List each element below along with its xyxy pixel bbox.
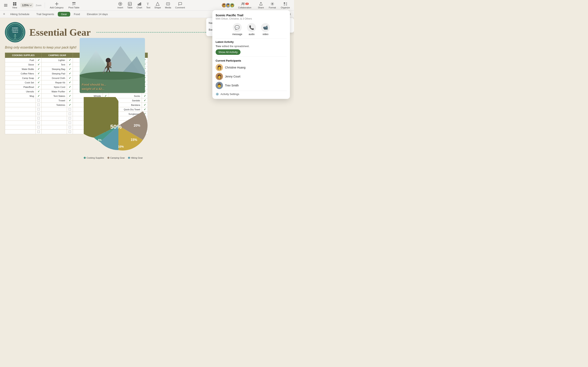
check-cell[interactable] — [36, 103, 42, 107]
legend-label-cooking: Cooking Supplies — [86, 157, 104, 159]
checkbox[interactable] — [69, 126, 71, 128]
pivot-table-button[interactable]: Pivot Table — [67, 1, 81, 9]
svg-rect-57 — [109, 62, 111, 66]
svg-text:50%: 50% — [110, 124, 122, 130]
message-icon: 💬 — [233, 23, 242, 32]
check-cell[interactable]: ✓ — [36, 85, 42, 89]
check-cell[interactable] — [67, 121, 73, 125]
format-label: Format — [269, 6, 276, 9]
item-cell: Sleeping Pad — [42, 71, 67, 76]
check-cell[interactable]: ✓ — [36, 71, 42, 76]
tab-gear[interactable]: Gear — [58, 12, 70, 17]
check-cell[interactable]: ✓ — [67, 85, 73, 89]
add-sheet-button[interactable]: + — [2, 12, 7, 17]
comment-button[interactable]: Comment — [173, 1, 187, 9]
checkbox[interactable] — [37, 99, 40, 101]
share-label: Share — [258, 6, 264, 9]
checkbox[interactable] — [69, 108, 71, 110]
toolbar: View 125% Zoom Add Category Pivot Table … — [0, 0, 294, 11]
item-cell — [5, 125, 36, 130]
checkmark: ✓ — [69, 81, 71, 84]
zoom-value: 125% — [22, 4, 29, 7]
check-cell[interactable] — [36, 121, 42, 125]
check-cell[interactable] — [67, 107, 73, 112]
audio-icon: 📞 — [247, 23, 256, 32]
tab-trail-segments[interactable]: Trail Segments — [33, 12, 57, 17]
check-cell[interactable]: ✓ — [67, 98, 73, 103]
share-button[interactable]: Share — [256, 1, 265, 9]
table-button[interactable]: Table — [126, 1, 134, 9]
check-cell[interactable]: ✓ — [67, 80, 73, 85]
insert-button[interactable]: Insert — [116, 1, 125, 9]
checkbox[interactable] — [37, 104, 40, 106]
check-cell[interactable]: ✓ — [36, 94, 42, 98]
checkbox[interactable] — [69, 117, 71, 119]
checkbox[interactable] — [37, 122, 40, 124]
check-cell[interactable]: ✓ — [67, 62, 73, 67]
collab-title: Scenic Pacific Trail — [216, 13, 287, 17]
check-cell[interactable] — [36, 125, 42, 130]
collaboration-button[interactable]: 3 Collaboration — [236, 1, 253, 9]
chart-button[interactable]: Chart — [135, 1, 144, 9]
show-all-activity-button[interactable]: Show All Activity — [216, 49, 241, 55]
checkbox[interactable] — [37, 117, 40, 119]
collaboration-label: Collaboration — [238, 6, 251, 9]
tab-hiking-schedule[interactable]: Hiking Schedule — [7, 12, 33, 17]
sidebar-toggle-button[interactable] — [2, 2, 9, 8]
check-cell[interactable]: ✓ — [67, 67, 73, 71]
add-category-button[interactable]: Add Category — [48, 1, 65, 9]
activity-user: Trev — [216, 45, 221, 48]
check-cell[interactable]: ✓ — [36, 58, 42, 62]
divider-1 — [216, 39, 287, 39]
checkbox[interactable] — [69, 122, 71, 124]
check-cell[interactable]: ✓ — [67, 76, 73, 80]
text-button[interactable]: T Text — [145, 1, 152, 9]
current-participants-label: Current Participants — [216, 59, 287, 62]
tab-food[interactable]: Food — [71, 12, 83, 17]
checkbox[interactable] — [37, 126, 40, 128]
item-cell — [42, 125, 67, 130]
view-button[interactable]: View — [11, 1, 19, 9]
audio-button[interactable]: 📞 audio — [247, 23, 256, 36]
check-cell[interactable] — [36, 112, 42, 116]
media-button[interactable]: Media — [163, 1, 173, 9]
checkbox[interactable] — [37, 108, 40, 110]
check-cell[interactable] — [36, 107, 42, 112]
audio-label: audio — [249, 33, 255, 36]
check-cell[interactable] — [36, 98, 42, 103]
checkbox[interactable] — [37, 131, 40, 133]
check-cell[interactable]: ✓ — [36, 76, 42, 80]
checkmark: ✓ — [38, 76, 40, 80]
organize-button[interactable]: Organize — [279, 1, 292, 9]
check-cell[interactable]: ✓ — [67, 71, 73, 76]
check-cell[interactable]: ✓ — [67, 58, 73, 62]
check-cell[interactable]: ✓ — [36, 62, 42, 67]
check-cell[interactable]: ✓ — [67, 103, 73, 107]
check-cell[interactable]: ✓ — [67, 94, 73, 98]
video-button[interactable]: 📹 video — [261, 23, 270, 36]
format-button[interactable]: Format — [267, 1, 278, 9]
svg-rect-2 — [4, 6, 7, 7]
check-cell[interactable] — [67, 125, 73, 130]
check-cell[interactable]: ✓ — [36, 89, 42, 94]
check-cell[interactable]: ✓ — [67, 89, 73, 94]
col-camping: CAMPING GEAR — [42, 53, 73, 58]
check-cell[interactable]: ✓ — [36, 80, 42, 85]
checkbox[interactable] — [69, 113, 71, 115]
check-cell[interactable]: ✓ — [36, 67, 42, 71]
checkbox[interactable] — [69, 131, 71, 133]
check-cell[interactable] — [36, 130, 42, 134]
zoom-control[interactable]: 125% — [20, 3, 33, 8]
message-button[interactable]: 💬 message — [232, 23, 242, 36]
checkmark: ✓ — [38, 94, 40, 98]
check-cell[interactable] — [36, 116, 42, 121]
shape-button[interactable]: Shape — [153, 1, 163, 9]
check-cell[interactable] — [67, 116, 73, 121]
checkmark: ✓ — [69, 90, 71, 93]
tab-elevation[interactable]: Elevation 14 days — [84, 12, 111, 17]
check-cell[interactable] — [67, 112, 73, 116]
check-cell[interactable] — [67, 130, 73, 134]
activity-settings-button[interactable]: ⚙️ Activity Settings — [216, 92, 287, 96]
item-cell — [5, 103, 36, 107]
checkbox[interactable] — [37, 113, 40, 115]
